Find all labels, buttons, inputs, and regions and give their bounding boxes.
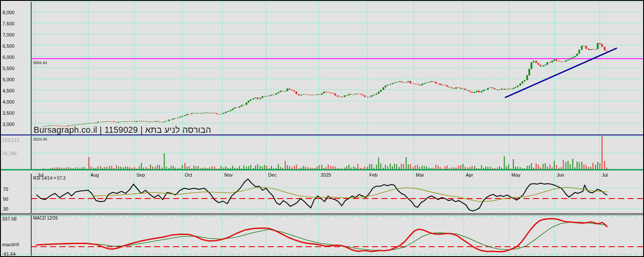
price-axis-label: 6,000 (3, 55, 15, 60)
month-label: Jul (602, 172, 608, 177)
month-label: Aug (90, 172, 99, 177)
month-label: Apr (466, 172, 473, 177)
macd-axis-label-zero: macd=0 (2, 242, 19, 247)
price-axis-label: 7,000 (3, 32, 15, 37)
price-axis-label: 7,500 (3, 21, 15, 26)
month-label: May (511, 172, 520, 177)
rsi-axis-label-70: 70 (3, 187, 8, 192)
month-label: Jun (557, 172, 564, 177)
price-axis-label: 4,500 (3, 88, 15, 93)
price-axis-label: 5,000 (3, 77, 15, 82)
month-label: Mar (416, 172, 424, 177)
rsi-axis-label-50: 50 (3, 196, 8, 202)
month-label: Dec (268, 172, 277, 177)
macd-indicator-label: MACD 12/26 (33, 216, 58, 220)
volume-axis-label: 153,512 (2, 138, 19, 143)
month-label: Sep (136, 172, 145, 177)
month-label: 2025 (321, 172, 331, 177)
month-label: Oct (185, 172, 192, 177)
macd-axis-label-max: 337.58 (2, 216, 17, 221)
macd-axis-label-min: -91.64 (2, 251, 15, 257)
price-axis-label: 8,000 (3, 10, 15, 15)
price-axis-label: 4,000 (3, 99, 15, 104)
price-axis-label: 6,500 (3, 43, 15, 49)
bursagraph-chart-window: Bursagraph.co.il | 1159029 | הבורסה לניע… (0, 0, 644, 257)
month-label: Jul (37, 172, 43, 177)
volume-value-label: 2534.06 (33, 137, 47, 141)
price-alert-line-label: 5892.82 (33, 61, 47, 65)
price-axis-label: 3,500 (3, 110, 15, 116)
month-label: Feb (369, 172, 378, 177)
rsi-axis-label-30: 30 (3, 206, 8, 211)
volume-axis-label: 76,756 (2, 151, 17, 156)
watermark-text: Bursagraph.co.il | 1159029 | הבורסה לניע… (34, 125, 211, 135)
price-axis-label: 5,500 (3, 66, 15, 71)
price-axis-label: 3,000 (3, 122, 15, 127)
month-label: Nov (224, 172, 233, 177)
